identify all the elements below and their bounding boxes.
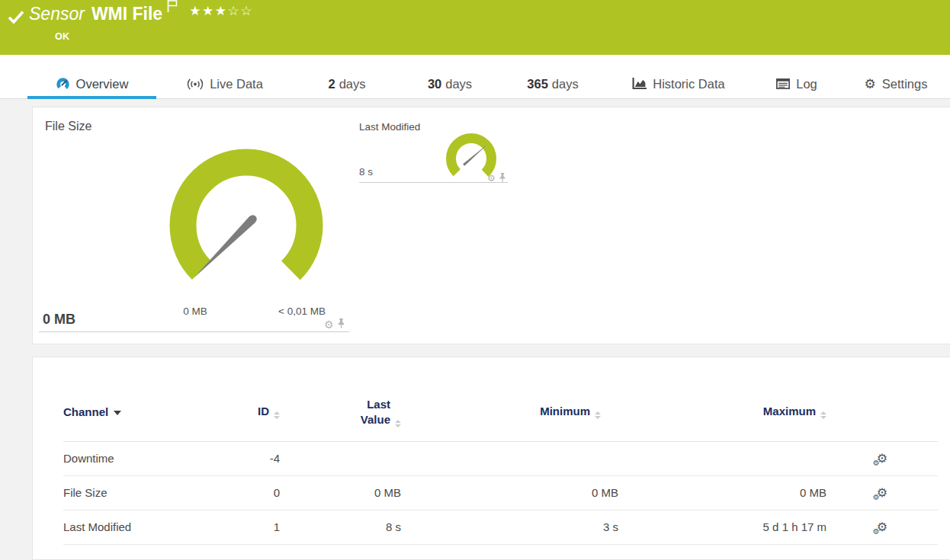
sort-toggle-icon — [395, 420, 401, 427]
log-list-icon — [776, 78, 790, 89]
tab-settings-label: Settings — [882, 77, 928, 91]
sort-active-desc-icon — [114, 411, 121, 415]
gear-icon: ⚙ — [865, 76, 876, 91]
sensor-type-label: Sensor — [29, 4, 85, 24]
tab-bar: Overview Live Data 2 days 30 days 365 da… — [0, 55, 950, 99]
column-header-channel[interactable]: Channel — [63, 383, 231, 441]
channel-maximum — [618, 441, 826, 475]
gauge-pin-icon[interactable] — [337, 318, 345, 331]
file-size-gauge-title: File Size — [45, 120, 91, 133]
channel-last-value: 0 MB — [280, 475, 401, 510]
tab-30-days-unit: days — [445, 77, 472, 91]
tab-overview-label: Overview — [76, 77, 129, 91]
column-header-last-value[interactable]: Last Value — [280, 383, 401, 441]
table-row-downtime: Downtime -4 ⚙⚙ — [63, 441, 938, 475]
tab-365-days[interactable]: 365 days — [499, 69, 606, 98]
gauges-card: File Size 0 MB < 0,01 MB 0 MB ⚙ Last Mod… — [32, 107, 950, 344]
priority-star-rating[interactable]: ★★★☆☆ — [189, 3, 253, 19]
gauge-widget-divider — [359, 182, 508, 183]
channel-name: Last Modified — [63, 510, 231, 544]
channel-settings-gears-icon[interactable]: ⚙⚙ — [877, 485, 887, 500]
channel-maximum: 5 d 1 h 17 m — [618, 510, 826, 544]
tab-live-data[interactable]: Live Data — [156, 69, 294, 98]
gauge-settings-gear-icon[interactable]: ⚙ — [324, 318, 334, 331]
column-header-minimum-label: Minimum — [540, 405, 590, 418]
column-header-actions — [826, 383, 938, 441]
channel-settings-gears-icon[interactable]: ⚙⚙ — [877, 451, 887, 466]
page-title: WMI File — [91, 4, 162, 24]
channel-id: -4 — [231, 441, 280, 475]
sort-toggle-icon — [820, 411, 826, 419]
tab-settings[interactable]: ⚙ Settings — [842, 69, 949, 98]
channel-table-card: Channel ID Last Value Minimum Maximum — [32, 357, 950, 560]
channel-id: 0 — [231, 475, 280, 510]
file-size-gauge-max-label: < 0,01 MB — [260, 306, 344, 317]
tab-30-days-number: 30 — [428, 77, 441, 91]
status-ok-check-icon — [8, 10, 24, 28]
channel-table: Channel ID Last Value Minimum Maximum — [63, 383, 938, 545]
tab-live-data-label: Live Data — [210, 77, 263, 91]
column-header-minimum[interactable]: Minimum — [401, 383, 618, 441]
channel-settings-gears-icon[interactable]: ⚙⚙ — [877, 520, 887, 534]
channel-minimum: 3 s — [401, 510, 618, 544]
channel-name: File Size — [63, 475, 231, 510]
sensor-status-banner: Sensor WMI File ★★★☆☆ OK — [0, 0, 950, 55]
last-modified-current-value: 8 s — [359, 166, 373, 178]
tab-30-days[interactable]: 30 days — [400, 69, 499, 98]
channel-id: 1 — [231, 510, 280, 544]
sort-toggle-icon — [595, 411, 601, 419]
stars-empty: ☆☆ — [227, 4, 252, 18]
file-size-current-value: 0 MB — [43, 312, 75, 328]
tab-2-days-number: 2 — [328, 77, 335, 91]
tab-log[interactable]: Log — [751, 69, 842, 98]
tab-overview[interactable]: Overview — [27, 69, 156, 98]
column-header-id-label: ID — [258, 405, 269, 418]
channel-minimum — [401, 441, 618, 475]
table-row-last-modified: Last Modified 1 8 s 3 s 5 d 1 h 17 m ⚙⚙ — [63, 510, 938, 544]
tab-365-days-unit: days — [552, 77, 579, 91]
last-modified-gauge-title: Last Modified — [359, 121, 420, 133]
channel-last-value: 8 s — [280, 510, 401, 544]
favorite-flag-icon[interactable] — [167, 0, 178, 16]
file-size-gauge-min-label: 0 MB — [153, 306, 237, 317]
column-header-id[interactable]: ID — [231, 383, 280, 441]
tab-log-label: Log — [796, 77, 817, 91]
tab-2-days-unit: days — [339, 77, 366, 91]
tab-365-days-number: 365 — [527, 77, 548, 91]
channel-name: Downtime — [63, 441, 231, 475]
tab-historic-data[interactable]: Historic Data — [606, 69, 751, 98]
file-size-gauge — [155, 134, 338, 317]
status-badge: OK — [55, 31, 70, 42]
column-header-last-value-label: Last Value — [352, 397, 390, 428]
gauge-pin-icon[interactable] — [499, 171, 506, 185]
column-header-maximum-label: Maximum — [763, 405, 816, 418]
tab-historic-data-label: Historic Data — [653, 77, 724, 91]
channel-last-value — [280, 441, 401, 475]
area-chart-icon — [632, 78, 647, 90]
channel-maximum: 0 MB — [618, 475, 826, 510]
column-header-channel-label: Channel — [63, 405, 108, 418]
live-broadcast-icon — [187, 78, 204, 90]
stars-filled: ★★★ — [189, 4, 227, 18]
gauge-icon — [56, 77, 70, 91]
channel-table-header-row: Channel ID Last Value Minimum Maximum — [63, 383, 938, 441]
tab-2-days[interactable]: 2 days — [294, 69, 400, 98]
sort-toggle-icon — [274, 411, 280, 419]
table-row-file-size: File Size 0 0 MB 0 MB 0 MB ⚙⚙ — [63, 475, 938, 510]
column-header-maximum[interactable]: Maximum — [618, 383, 826, 441]
gauge-widget-divider — [39, 331, 349, 332]
channel-minimum: 0 MB — [401, 475, 618, 510]
